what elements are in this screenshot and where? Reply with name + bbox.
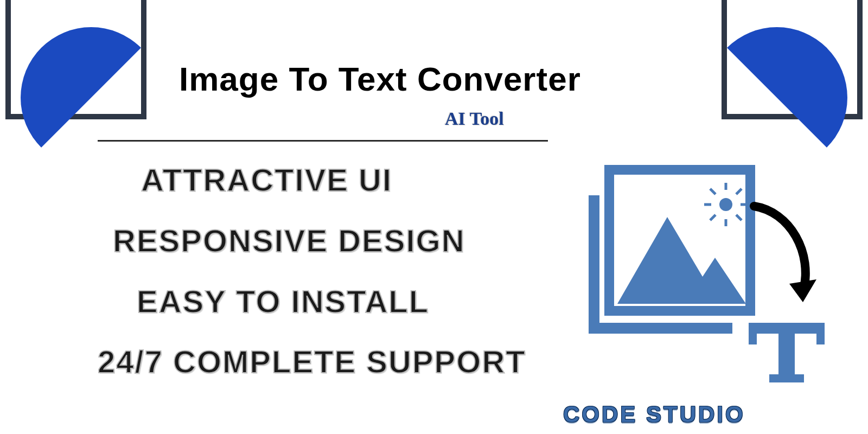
title-divider [98,140,548,142]
page-subtitle: AI Tool [445,108,504,129]
image-to-text-icon [575,160,825,388]
page-title: Image To Text Converter [179,60,581,98]
corner-decoration-top-left [0,0,174,136]
feature-item: RESPONSIVE DESIGN [98,224,542,258]
brand-label: CODE STUDIO [563,401,745,427]
svg-point-1 [719,198,732,211]
feature-item: ATTRACTIVE UI [98,163,542,197]
feature-item: EASY TO INSTALL [98,284,542,319]
feature-item: 24/7 COMPLETE SUPPORT [98,344,542,379]
features-list: ATTRACTIVE UI RESPONSIVE DESIGN EASY TO … [98,163,542,405]
corner-decoration-top-right [694,0,868,136]
